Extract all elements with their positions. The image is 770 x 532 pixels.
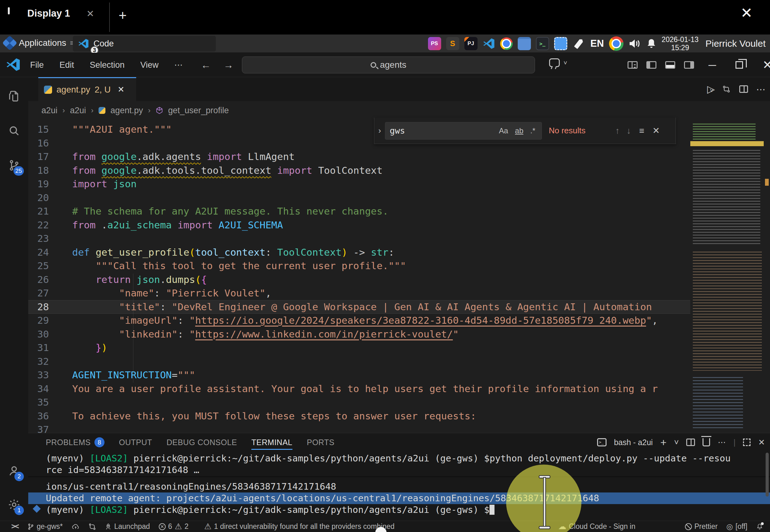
window-restore-button[interactable] (735, 61, 743, 69)
sync-changes-item[interactable] (72, 523, 80, 530)
code-line[interactable]: 25 """Call this tool to get the current … (28, 259, 690, 273)
compare-changes-item[interactable] (88, 523, 96, 530)
toggle-primary-sidebar-icon[interactable] (646, 61, 656, 69)
terminal-line[interactable]: Updated remote agent: projects/a2ui-agen… (28, 492, 770, 504)
breadcrumb-symbol[interactable]: get_user_profile (168, 106, 229, 115)
search-sidebar-icon[interactable] (0, 117, 28, 145)
pycharm-tray-icon[interactable]: PS (428, 37, 441, 50)
breadcrumb-folder[interactable]: a2ui (70, 106, 86, 115)
tab-problems[interactable]: PROBLEMS8 (46, 437, 104, 447)
menu-more[interactable]: ⋯ (168, 58, 188, 72)
source-control-icon[interactable]: 25 (0, 151, 28, 179)
code-line[interactable]: 17from google.adk.agents import LlmAgent (28, 150, 690, 164)
accounts-icon[interactable]: 2 (0, 457, 28, 485)
code-line[interactable]: 27 "name": "Pierrick Voulet", (28, 286, 690, 300)
code-line[interactable]: 26 return json.dumps({ (28, 273, 690, 287)
terminal-line[interactable]: rce id=5834638717142171648 … (28, 464, 770, 476)
split-editor-icon[interactable] (739, 85, 748, 93)
tab-ports[interactable]: PORTS (307, 438, 334, 447)
notifications-bell-item[interactable] (756, 523, 763, 530)
code-line[interactable]: 33AGENT_INSTRUCTION=""" (28, 368, 690, 382)
code-line[interactable]: 29 "imageUrl": "https://io.google/2024/s… (28, 314, 690, 327)
terminal-line[interactable]: (myenv) [LOAS2] pierrick@pierrick:~/git/… (28, 453, 770, 464)
prettier-status-item[interactable]: Prettier (685, 522, 718, 531)
copilot-chat-button[interactable]: ˅ (549, 58, 567, 67)
window-list-item-code[interactable]: 3 Code (73, 36, 216, 51)
menu-file[interactable]: File (24, 58, 50, 72)
split-terminal-icon[interactable] (686, 439, 695, 446)
terminal-profile-chevron-icon[interactable]: ˅ (674, 438, 679, 447)
menu-selection[interactable]: Selection (84, 58, 130, 72)
tab-close-icon[interactable]: ✕ (118, 85, 125, 94)
volume-icon[interactable] (628, 38, 641, 49)
chrome-icon-large[interactable] (609, 36, 623, 51)
git-branch-item[interactable]: ge-gws* (27, 522, 63, 531)
notification-bell-icon[interactable] (646, 38, 657, 49)
kill-terminal-icon[interactable] (703, 438, 710, 446)
find-previous-icon[interactable]: ↑ (615, 126, 620, 136)
new-terminal-button[interactable]: + (660, 436, 666, 449)
code-line[interactable]: 20 (28, 191, 690, 205)
problems-status-item[interactable]: ✕ 6 ⚠ 2 (159, 522, 189, 531)
menu-view[interactable]: View (135, 58, 164, 72)
vulnerability-status-item[interactable]: ⚠ 1 direct vulnerability found for all t… (204, 522, 395, 531)
editor-more-actions-icon[interactable]: ⋯ (756, 84, 766, 95)
code-line[interactable]: 23 (28, 232, 690, 246)
match-case-toggle[interactable]: Aa (497, 126, 510, 136)
launchpad-item[interactable]: Launchpad (105, 522, 150, 531)
minimap[interactable] (690, 120, 764, 433)
files-tray-icon[interactable] (518, 37, 531, 50)
vscode-tray-icon[interactable] (483, 37, 495, 50)
viewer-close-icon[interactable]: ✕ (741, 4, 753, 21)
tab-agent-py[interactable]: agent.py 2, U ✕ (38, 77, 136, 101)
terminal-line[interactable]: (myenv) [LOAS2] pierrick@pierrick:~/git/… (28, 504, 770, 516)
go-forward-button[interactable]: → (223, 59, 233, 71)
code-line[interactable]: 19import json (28, 177, 690, 191)
code-line[interactable]: 31 }) (28, 341, 690, 355)
close-panel-icon[interactable]: ✕ (758, 438, 765, 447)
settings-gear-icon[interactable]: 1 (0, 491, 28, 519)
command-center-search[interactable]: agents (242, 56, 535, 73)
window-minimize-button[interactable]: ─ (709, 59, 716, 71)
remote-indicator[interactable]: >< (11, 522, 19, 531)
breadcrumb-folder[interactable]: a2ui (41, 106, 57, 115)
code-line[interactable]: 28 "title": "DevRel Engineer @ Google Wo… (28, 300, 690, 314)
code-line[interactable]: 30 "linkedin": "https://www.linkedin.com… (28, 327, 690, 341)
window-close-button[interactable]: ✕ (762, 58, 770, 72)
open-changes-icon[interactable] (722, 85, 731, 93)
terminal-instance-label[interactable]: bash - a2ui (614, 438, 653, 447)
customize-layout-icon[interactable] (628, 61, 638, 69)
explorer-icon[interactable] (0, 82, 28, 110)
new-display-tab-button[interactable]: + (119, 8, 127, 23)
screencast-mode-item[interactable]: ◎ [off] (726, 522, 747, 531)
find-input[interactable]: gws Aa ab .* (385, 122, 542, 140)
toggle-panel-icon[interactable] (665, 61, 675, 69)
applications-menu[interactable]: Applications ≡ (4, 38, 74, 48)
code-line[interactable]: 32 (28, 355, 690, 369)
code-line[interactable]: 22from .a2ui_schema import A2UI_SCHEMA (28, 218, 690, 232)
keyboard-layout-indicator[interactable]: EN (591, 38, 604, 49)
code-line[interactable]: 18from google.adk.tools.tool_context imp… (28, 164, 690, 178)
tab-terminal[interactable]: TERMINAL (251, 438, 292, 450)
code-line[interactable]: 24def get_user_profile(tool_context: Too… (28, 246, 690, 259)
code-editor[interactable]: 15"""A2UI agent."""1617from google.adk.a… (28, 120, 690, 433)
sublime-tray-icon[interactable]: S (446, 37, 459, 50)
chrome-tray-icon[interactable] (500, 37, 513, 50)
pen-tray-icon[interactable] (572, 37, 586, 50)
toggle-secondary-sidebar-icon[interactable] (684, 61, 694, 69)
display-tab-close-icon[interactable]: ✕ (86, 8, 94, 19)
clock[interactable]: 2026-01-13 15:29 (662, 35, 699, 52)
run-dropdown-chevron-icon[interactable]: ˅ (710, 87, 714, 94)
terminal-line[interactable]: ions/us-central1/reasoningEngines/583463… (28, 481, 770, 492)
menu-edit[interactable]: Edit (54, 58, 80, 72)
find-next-icon[interactable]: ↓ (627, 126, 631, 136)
display-tab[interactable]: Display 1 ✕ (8, 8, 94, 19)
code-line[interactable]: 35 (28, 396, 690, 409)
maximize-panel-icon[interactable] (743, 439, 751, 446)
find-close-icon[interactable]: ✕ (652, 125, 660, 136)
tab-debug-console[interactable]: DEBUG CONSOLE (167, 438, 237, 447)
terminal-scrollbar[interactable] (766, 453, 769, 497)
terminal-tray-icon[interactable]: >_ (536, 37, 549, 50)
breadcrumb-file[interactable]: agent.py (110, 106, 143, 115)
find-expand-icon[interactable]: › (374, 118, 385, 144)
